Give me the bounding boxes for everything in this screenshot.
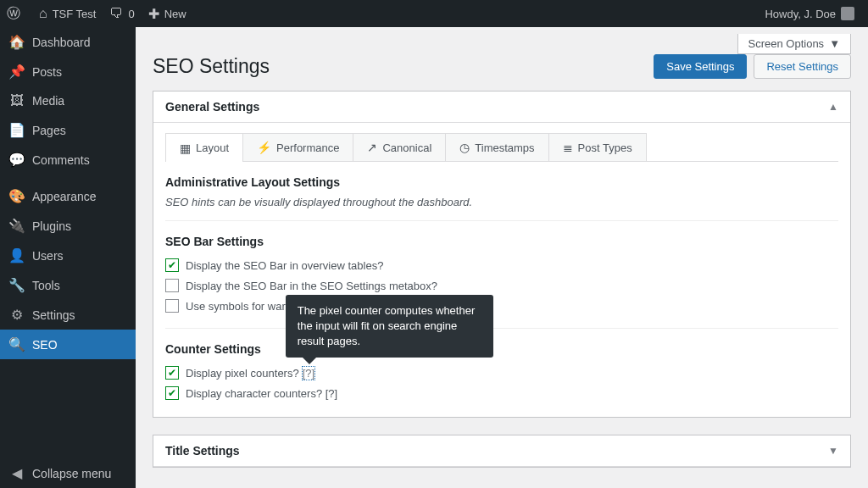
tab-label: Canonical <box>382 141 431 154</box>
home-icon: ⌂ <box>39 6 47 21</box>
metabox-header[interactable]: Title Settings ▼ <box>153 435 850 467</box>
caret-down-icon: ▼ <box>829 37 840 50</box>
menu-icon: 🏠 <box>8 34 25 50</box>
menu-label: Media <box>32 94 64 108</box>
sidebar-item-dashboard[interactable]: 🏠Dashboard <box>0 27 136 57</box>
menu-icon: 📌 <box>8 64 25 80</box>
menu-label: Tools <box>32 279 60 292</box>
comment-icon: 🗨 <box>109 6 123 21</box>
section-heading: Administrative Layout Settings <box>165 175 838 189</box>
seo-bar-checkbox-2[interactable] <box>165 299 179 313</box>
tab-post-types[interactable]: ≣Post Types <box>548 133 647 161</box>
option-label: Display pixel counters? <box>186 367 299 380</box>
menu-icon: 📄 <box>8 122 25 138</box>
wp-logo[interactable]: ⓦ <box>0 0 32 27</box>
reset-settings-button[interactable]: Reset Settings <box>754 54 851 79</box>
menu-icon: 🔍 <box>8 336 25 352</box>
menu-label: Users <box>32 249 64 263</box>
menu-label: Dashboard <box>32 36 91 49</box>
tab-layout[interactable]: ▦Layout <box>165 133 243 162</box>
option-row: Display the SEO Bar in overview tables? <box>165 255 838 275</box>
menu-label: Appearance <box>32 190 97 203</box>
admin-sidebar: 🏠Dashboard📌Posts🖼Media📄Pages💬Comments🎨Ap… <box>0 27 136 488</box>
sidebar-item-tools[interactable]: 🔧Tools <box>0 270 136 300</box>
tab-icon: ↗ <box>367 141 377 154</box>
page-title: SEO Settings <box>153 55 647 78</box>
collapse-menu-button[interactable]: ◀Collapse menu <box>0 458 136 488</box>
tab-icon: ≣ <box>563 141 573 154</box>
main-content: Screen Options▼ SEO Settings Save Settin… <box>136 27 868 488</box>
menu-icon: 💬 <box>8 152 25 168</box>
counter-checkbox-1[interactable] <box>165 386 179 400</box>
tab-label: Timestamps <box>475 141 534 154</box>
avatar <box>841 7 854 20</box>
tab-label: Layout <box>196 141 229 154</box>
section-heading: Counter Settings <box>165 342 838 356</box>
option-row: Use symbols for warnings? [?] <box>165 296 838 316</box>
site-name-link[interactable]: ⌂TSF Test <box>32 0 103 27</box>
general-settings-metabox: General Settings ▲ ▦Layout⚡Performance↗C… <box>153 91 851 418</box>
option-row: Display the SEO Bar in the SEO Settings … <box>165 275 838 296</box>
metabox-header[interactable]: General Settings ▲ <box>153 92 850 123</box>
sidebar-item-plugins[interactable]: 🔌Plugins <box>0 211 136 241</box>
tab-icon: ⚡ <box>257 141 271 154</box>
comments-link[interactable]: 🗨0 <box>103 0 141 27</box>
help-tooltip: The pixel counter computes whether the i… <box>286 295 493 358</box>
menu-label: SEO <box>32 338 58 352</box>
save-settings-button[interactable]: Save Settings <box>654 54 747 79</box>
menu-icon: 🎨 <box>8 188 25 204</box>
metabox-title: Title Settings <box>165 444 828 458</box>
collapse-icon: ◀ <box>8 465 25 481</box>
admin-bar: ⓦ ⌂TSF Test 🗨0 ✚New Howdy, J. Doe <box>0 0 868 27</box>
sidebar-item-posts[interactable]: 📌Posts <box>0 57 136 86</box>
counter-checkbox-0[interactable] <box>165 366 179 380</box>
option-row: Display character counters? [?] <box>165 383 838 403</box>
section-hint: SEO hints can be visually displayed thro… <box>165 196 838 208</box>
expand-down-icon[interactable]: ▼ <box>828 445 838 457</box>
sidebar-item-comments[interactable]: 💬Comments <box>0 145 136 175</box>
sidebar-item-pages[interactable]: 📄Pages <box>0 115 136 145</box>
tab-icon: ◷ <box>459 141 470 154</box>
menu-icon: 👤 <box>8 247 25 263</box>
title-settings-metabox: Title Settings ▼ <box>153 435 851 468</box>
menu-icon: ⚙ <box>8 307 25 323</box>
option-label: Display character counters? [?] <box>186 387 337 400</box>
tab-canonical[interactable]: ↗Canonical <box>353 133 446 161</box>
menu-label: Settings <box>32 308 75 322</box>
collapse-label: Collapse menu <box>32 467 111 480</box>
menu-icon: 🔧 <box>8 277 25 293</box>
account-menu[interactable]: Howdy, J. Doe <box>758 0 861 27</box>
settings-tabs: ▦Layout⚡Performance↗Canonical◷Timestamps… <box>165 133 838 162</box>
section-heading: SEO Bar Settings <box>165 235 838 248</box>
tab-timestamps[interactable]: ◷Timestamps <box>445 133 548 161</box>
sidebar-item-media[interactable]: 🖼Media <box>0 86 136 115</box>
new-content-link[interactable]: ✚New <box>142 0 193 27</box>
menu-label: Comments <box>32 153 90 167</box>
menu-label: Plugins <box>32 219 71 233</box>
seo-bar-checkbox-0[interactable] <box>165 258 179 272</box>
menu-label: Pages <box>32 124 66 137</box>
menu-icon: 🔌 <box>8 218 25 234</box>
sidebar-item-seo[interactable]: 🔍SEO <box>0 330 136 359</box>
tab-icon: ▦ <box>180 141 191 155</box>
option-label: Display the SEO Bar in the SEO Settings … <box>186 280 437 292</box>
option-row: Display pixel counters? [?] <box>165 363 838 383</box>
seo-bar-checkbox-1[interactable] <box>165 279 179 292</box>
menu-icon: 🖼 <box>8 93 25 108</box>
help-icon[interactable]: [?] <box>303 367 314 380</box>
sidebar-item-settings[interactable]: ⚙Settings <box>0 300 136 330</box>
sidebar-item-appearance[interactable]: 🎨Appearance <box>0 181 136 211</box>
tab-performance[interactable]: ⚡Performance <box>242 133 353 161</box>
sidebar-item-users[interactable]: 👤Users <box>0 241 136 270</box>
menu-label: Posts <box>32 65 62 79</box>
plus-icon: ✚ <box>148 6 159 22</box>
screen-options-toggle[interactable]: Screen Options▼ <box>737 34 851 54</box>
tab-label: Performance <box>276 141 339 154</box>
collapse-up-icon[interactable]: ▲ <box>828 101 838 113</box>
option-label: Display the SEO Bar in overview tables? <box>186 259 383 272</box>
tab-label: Post Types <box>578 141 632 154</box>
metabox-title: General Settings <box>165 100 828 114</box>
